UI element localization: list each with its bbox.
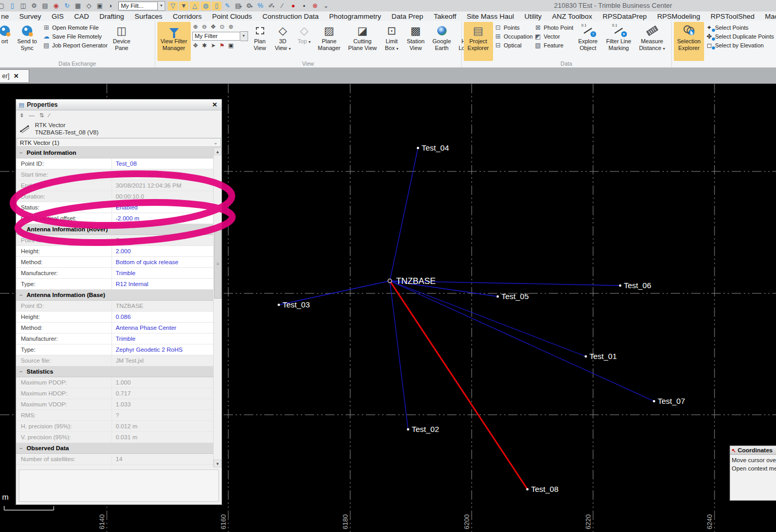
pan-icon[interactable]: ✥ (192, 42, 199, 49)
look-around-icon[interactable]: ➤ (210, 42, 217, 49)
import-button[interactable]: ort (0, 22, 11, 61)
property-row[interactable]: Maximum PDOP:1.000 (16, 377, 214, 388)
cutting-plane-view-button[interactable]: ◪ Cutting Plane View (346, 22, 380, 61)
select-points-button[interactable]: ✦ Select Points (706, 24, 774, 31)
ribbon-tab-rpstoolshed[interactable]: RPSToolShed (706, 13, 760, 20)
explore-object-button[interactable]: 0.1? Explore Object (575, 22, 601, 61)
property-row[interactable]: Method:Bottom of quick release (16, 257, 214, 268)
zoom-window-icon[interactable]: ⊙ (219, 23, 226, 30)
scale-icon[interactable]: % (255, 2, 265, 10)
ribbon-tab-anz-toolbox[interactable]: ANZ Toolbox (547, 13, 597, 20)
ribbon-tab-macros[interactable]: Macros (760, 13, 776, 20)
property-row[interactable]: Start time:30/08/2021 12:04:26 PM (16, 169, 214, 180)
property-row[interactable]: Point ID:TNZBASE (16, 301, 214, 312)
collapse-icon[interactable]: − (19, 150, 23, 156)
pen-icon[interactable]: ✎ (223, 2, 232, 10)
ribbon-tab-takeoff[interactable]: Takeoff (428, 13, 461, 20)
properties-title-bar[interactable]: ▤ Properties ✕ (16, 100, 221, 110)
property-value[interactable]: 0.086 (112, 312, 214, 322)
select-by-elevation-button[interactable]: ◻ Select by Elevation (706, 42, 774, 49)
orbit-icon[interactable]: ✱ (201, 42, 208, 49)
section-header[interactable]: −Antenna Information (Rover) (16, 224, 214, 235)
property-value[interactable]: Test_08 (112, 158, 214, 169)
ribbon-tab-utility[interactable]: Utility (519, 13, 547, 20)
property-row[interactable]: Status:Enabled (16, 202, 214, 213)
property-value[interactable]: Trimble (112, 333, 214, 344)
property-row[interactable]: Height:0.086 (16, 312, 214, 323)
occupation-button[interactable]: ⊞ Occupation (495, 33, 533, 40)
property-row[interactable]: Number of satellites:14 (16, 454, 214, 465)
chat-icon[interactable]: ◗ (106, 2, 116, 10)
ribbon-tab-gis[interactable]: GIS (46, 13, 69, 20)
grid-window-icon[interactable]: ▦ (73, 2, 83, 10)
view-filter-icon[interactable]: ▽ (168, 2, 178, 10)
plane-manager-button[interactable]: ▨ Plane Manager (315, 22, 344, 61)
section-header[interactable]: −Observed Data (16, 443, 214, 454)
property-value[interactable]: Trimble (112, 268, 214, 278)
object-selector-dropdown[interactable]: RTK Vector (1) ⌄ (17, 138, 221, 147)
ribbon-tab-corridors[interactable]: Corridors (167, 13, 207, 20)
ribbon-options-icon[interactable]: ⌄ (321, 2, 331, 10)
my-filter-combo[interactable]: My Filter ▾ (192, 31, 248, 41)
filter-line-marking-button[interactable]: 0.1▾ Filter Line Marking (602, 22, 635, 61)
send-to-sync-button[interactable]: Send to Sync (13, 22, 41, 61)
ribbon-tab-point-clouds[interactable]: Point Clouds (207, 13, 257, 20)
stop-icon[interactable]: ⊗ (310, 2, 320, 10)
dock-icon[interactable]: ⇟ (19, 112, 24, 119)
property-value[interactable]: R12 Internal (112, 279, 214, 289)
property-value[interactable]: Antenna Phase Center (112, 323, 214, 333)
view-filter-manager-button[interactable]: View Filter Manager (157, 22, 191, 61)
record-icon[interactable]: ● (288, 2, 298, 10)
screen-icon[interactable]: ▪ (299, 2, 309, 10)
document-tab-plan-view[interactable]: er] ✕ (0, 69, 29, 83)
property-row[interactable]: GNSS vertical offset:-2.000 m (16, 213, 214, 224)
feature-button[interactable]: ▧ Feature (534, 42, 573, 49)
selection-filter-icon[interactable]: △ (190, 2, 200, 10)
vector-button[interactable]: ◩ Vector (534, 33, 573, 40)
selection-explorer-button[interactable]: Selection Explorer (674, 22, 704, 61)
google-earth-button[interactable]: Google Earth (429, 22, 454, 61)
scroll-up-icon[interactable]: ▲ (214, 147, 221, 155)
property-row[interactable]: Source file:JM Test.jxl (16, 355, 214, 366)
section-header[interactable]: −Statistics (16, 366, 214, 377)
properties-scrollbar[interactable]: ▲ ≡ ▼ (213, 147, 221, 467)
settings-icon[interactable]: ⚙ (29, 2, 39, 10)
zoom-in-icon[interactable]: ⊕ (192, 23, 199, 30)
cube-icon[interactable]: ◇ (84, 2, 94, 10)
notes-icon[interactable]: ▤ (40, 2, 50, 10)
section-header[interactable]: −Point Information (16, 147, 214, 158)
ribbon-tab-construction-data[interactable]: Construction Data (257, 13, 324, 20)
plan-view-button[interactable]: Plan View (250, 22, 270, 61)
property-value[interactable]: Bottom of quick release (112, 257, 214, 267)
points-button[interactable]: ⊡ Points (495, 24, 533, 31)
list-dropdown-icon[interactable]: ▤▾ (233, 2, 243, 10)
quick-filter-combo[interactable]: My Filt... ▾ (118, 1, 165, 11)
measure-distance-button[interactable]: Measure Distance ▾ (636, 22, 668, 61)
clipboard-icon[interactable]: ▢ (0, 2, 6, 10)
property-value[interactable]: -2.000 m (112, 213, 214, 224)
select-duplicate-points-button[interactable]: ✤ Select Duplicate Points (706, 33, 774, 40)
ribbon-tab-ne[interactable]: ne (0, 13, 14, 20)
angle-icon[interactable]: ∕ (277, 2, 287, 10)
ribbon-tab-drafting[interactable]: Drafting (94, 13, 129, 20)
3d-view-button[interactable]: ◇ 3D View ▾ (272, 22, 294, 61)
property-value[interactable]: Zephyr Geodetic 2 RoHS (112, 344, 214, 355)
property-row[interactable]: Method:Antenna Phase Center (16, 323, 214, 333)
property-row[interactable]: Maximum HDOP:0.717 (16, 388, 214, 399)
optical-button[interactable]: ⊟ Optical (495, 42, 533, 49)
ribbon-tab-data-prep[interactable]: Data Prep (386, 13, 428, 20)
top-view-button[interactable]: ◇ Top ▾ (295, 22, 313, 61)
project-explorer-button[interactable]: ▤ Project Explorer (464, 22, 493, 61)
ribbon-tab-cad[interactable]: CAD (69, 13, 94, 20)
globe-data-icon[interactable]: ◍ (201, 2, 211, 10)
new-file-icon[interactable]: ▯ (7, 2, 17, 10)
my-filter-value[interactable]: My Filter (192, 32, 240, 41)
close-icon[interactable]: ✕ (14, 72, 19, 80)
property-row[interactable]: Type:Zephyr Geodetic 2 RoHS (16, 344, 214, 355)
property-row[interactable]: Number of epochs:11 (16, 465, 214, 467)
zoom-out-icon[interactable]: ⊖ (201, 23, 208, 30)
chevron-down-icon[interactable]: ▾ (158, 1, 165, 11)
collapse-icon[interactable]: − (19, 369, 23, 375)
document-filter-icon[interactable]: ▯ (212, 2, 221, 10)
limit-box-button[interactable]: ⊡ Limit Box ▾ (381, 22, 402, 61)
